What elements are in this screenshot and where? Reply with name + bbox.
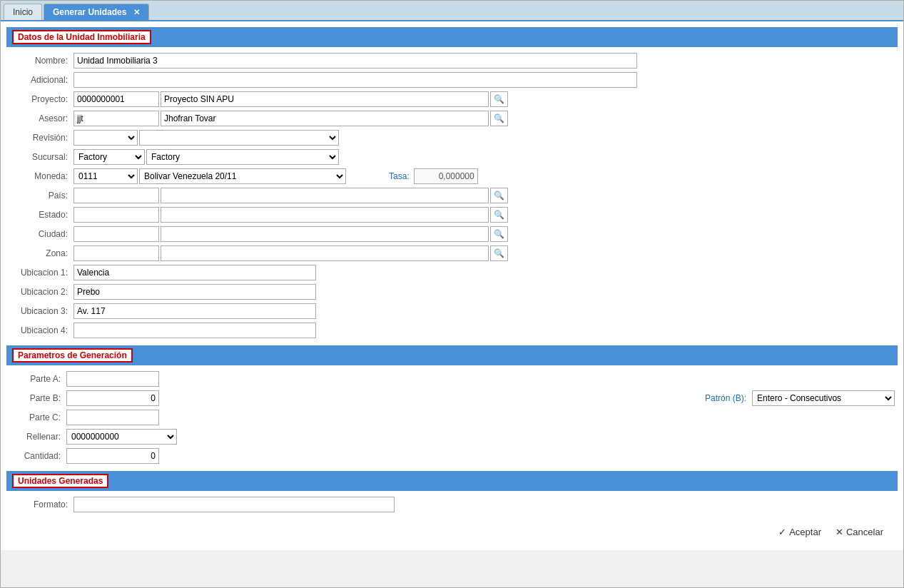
label-parte-c: Parte C: [9, 412, 66, 422]
label-ciudad: Ciudad: [9, 229, 73, 239]
input-proyecto-code[interactable] [73, 91, 159, 107]
select-moneda-code[interactable]: 0111 [73, 168, 138, 184]
tab-inicio-label: Inicio [13, 7, 33, 17]
row-sucursal: Sucursal: Factory Factory [6, 149, 898, 165]
input-ubicacion2[interactable] [73, 284, 316, 300]
aceptar-button[interactable]: ✓ Aceptar [778, 527, 821, 537]
search-proyecto-button[interactable]: 🔍 [490, 91, 508, 107]
row-nombre: Nombre: [6, 53, 898, 69]
row-parte-c: Parte C: [6, 410, 898, 425]
input-asesor-name[interactable] [161, 111, 489, 126]
input-tasa[interactable] [414, 168, 478, 184]
row-zona: Zona: 🔍 [6, 245, 898, 261]
select-sucursal-name[interactable]: Factory [146, 149, 339, 165]
row-parte-b: Parte B: Patrón (B): Entero - Consecutiv… [6, 390, 898, 406]
input-proyecto-name[interactable] [161, 91, 489, 107]
section-parametros: Parametros de Generación Parte A: Parte … [6, 345, 898, 464]
tab-generar-unidades-label: Generar Unidades [53, 7, 126, 17]
label-nombre: Nombre: [9, 56, 73, 66]
section-unidades: Unidades Generadas Formato: [6, 471, 898, 512]
label-patron: Patrón (B): [705, 393, 746, 403]
input-nombre[interactable] [73, 53, 637, 69]
label-estado: Estado: [9, 210, 73, 220]
search-ciudad-button[interactable]: 🔍 [490, 226, 508, 242]
section-datos-header: Datos de la Unidad Inmobiliaria [6, 27, 898, 47]
row-revision: Revisión: [6, 130, 898, 146]
section-parametros-title: Parametros de Generación [12, 348, 133, 363]
search-estado-button[interactable]: 🔍 [490, 207, 508, 223]
label-asesor: Asesor: [9, 113, 73, 123]
aceptar-label: Aceptar [789, 527, 821, 537]
label-formato: Formato: [9, 500, 73, 510]
row-proyecto: Proyecto: 🔍 [6, 91, 898, 107]
input-estado-name[interactable] [161, 207, 489, 223]
label-revision: Revisión: [9, 133, 73, 143]
input-pais-name[interactable] [161, 188, 489, 203]
x-icon: ✕ [836, 527, 843, 537]
section-unidades-header: Unidades Generadas [6, 471, 898, 491]
section-parametros-header: Parametros de Generación [6, 345, 898, 365]
input-asesor-code[interactable] [73, 111, 159, 126]
input-adicional[interactable] [73, 72, 637, 88]
label-pais: País: [9, 191, 73, 201]
input-ubicacion3[interactable] [73, 303, 316, 319]
cancelar-button[interactable]: ✕ Cancelar [836, 527, 883, 537]
select-revision-code[interactable] [73, 130, 138, 146]
input-parte-a[interactable] [66, 371, 159, 387]
label-rellenar: Rellenar: [9, 432, 66, 442]
label-ubicacion4: Ubicacion 4: [9, 325, 73, 335]
input-zona-name[interactable] [161, 245, 489, 261]
search-pais-button[interactable]: 🔍 [490, 188, 508, 203]
select-rellenar[interactable]: 0000000000 [66, 429, 177, 445]
label-tasa: Tasa: [389, 171, 410, 181]
row-asesor: Asesor: 🔍 [6, 111, 898, 126]
row-adicional: Adicional: [6, 72, 898, 88]
row-ubicacion4: Ubicacion 4: [6, 323, 898, 338]
select-moneda-name[interactable]: Bolivar Venezuela 20/11 [139, 168, 346, 184]
label-sucursal: Sucursal: [9, 152, 73, 162]
row-ubicacion2: Ubicacion 2: [6, 284, 898, 300]
label-ubicacion1: Ubicacion 1: [9, 268, 73, 278]
input-ubicacion1[interactable] [73, 265, 316, 280]
tab-bar: Inicio Generar Unidades ✕ [1, 1, 903, 21]
row-ciudad: Ciudad: 🔍 [6, 226, 898, 242]
label-parte-b: Parte B: [9, 393, 66, 403]
select-patron[interactable]: Entero - Consecutivos [752, 390, 895, 406]
label-ubicacion2: Ubicacion 2: [9, 287, 73, 297]
section-unidades-title: Unidades Generadas [12, 474, 108, 488]
input-parte-b[interactable] [66, 390, 159, 406]
section-datos: Datos de la Unidad Inmobiliaria Nombre: … [6, 27, 898, 338]
input-ciudad-name[interactable] [161, 226, 489, 242]
search-asesor-button[interactable]: 🔍 [490, 111, 508, 126]
row-pais: País: 🔍 [6, 188, 898, 203]
check-icon: ✓ [778, 527, 786, 537]
label-zona: Zona: [9, 248, 73, 258]
close-tab-icon[interactable]: ✕ [133, 8, 140, 16]
select-revision-name[interactable] [139, 130, 339, 146]
tab-inicio[interactable]: Inicio [4, 4, 42, 20]
label-ubicacion3: Ubicacion 3: [9, 306, 73, 316]
row-cantidad: Cantidad: [6, 448, 898, 464]
input-formato[interactable] [73, 497, 395, 512]
label-adicional: Adicional: [9, 75, 73, 85]
footer-bar: ✓ Aceptar ✕ Cancelar [6, 519, 898, 544]
row-moneda: Moneda: 0111 Bolivar Venezuela 20/11 Tas… [6, 168, 898, 184]
input-cantidad[interactable] [66, 448, 159, 464]
row-ubicacion1: Ubicacion 1: [6, 265, 898, 280]
tab-generar-unidades[interactable]: Generar Unidades ✕ [44, 4, 149, 20]
input-pais-code[interactable] [73, 188, 159, 203]
input-parte-c[interactable] [66, 410, 159, 425]
input-zona-code[interactable] [73, 245, 159, 261]
select-sucursal-code[interactable]: Factory [73, 149, 145, 165]
label-proyecto: Proyecto: [9, 94, 73, 104]
input-estado-code[interactable] [73, 207, 159, 223]
cancelar-label: Cancelar [846, 527, 883, 537]
row-estado: Estado: 🔍 [6, 207, 898, 223]
input-ubicacion4[interactable] [73, 323, 316, 338]
input-ciudad-code[interactable] [73, 226, 159, 242]
row-parte-a: Parte A: [6, 371, 898, 387]
row-rellenar: Rellenar: 0000000000 [6, 429, 898, 445]
row-formato: Formato: [6, 497, 898, 512]
search-zona-button[interactable]: 🔍 [490, 245, 508, 261]
label-parte-a: Parte A: [9, 374, 66, 384]
